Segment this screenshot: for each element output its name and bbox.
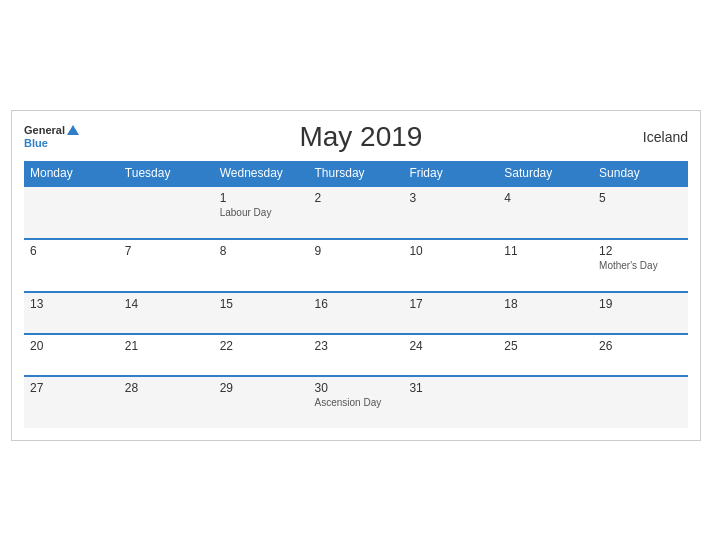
day-number: 4	[504, 191, 587, 205]
calendar-title: May 2019	[299, 121, 422, 153]
day-number: 1	[220, 191, 303, 205]
calendar-cell	[24, 186, 119, 239]
day-number: 26	[599, 339, 682, 353]
day-number: 2	[315, 191, 398, 205]
holiday-label: Mother's Day	[599, 260, 682, 271]
day-number: 24	[409, 339, 492, 353]
day-number: 30	[315, 381, 398, 395]
weekday-header-sunday: Sunday	[593, 161, 688, 186]
calendar-cell: 20	[24, 334, 119, 376]
calendar-cell: 6	[24, 239, 119, 292]
weekday-header-wednesday: Wednesday	[214, 161, 309, 186]
calendar-cell: 19	[593, 292, 688, 334]
calendar-cell: 17	[403, 292, 498, 334]
day-number: 23	[315, 339, 398, 353]
calendar-cell: 28	[119, 376, 214, 428]
calendar-cell: 5	[593, 186, 688, 239]
day-number: 25	[504, 339, 587, 353]
day-number: 31	[409, 381, 492, 395]
day-number: 21	[125, 339, 208, 353]
calendar-cell: 16	[309, 292, 404, 334]
day-number: 5	[599, 191, 682, 205]
calendar-cell: 23	[309, 334, 404, 376]
day-number: 6	[30, 244, 113, 258]
calendar-cell: 25	[498, 334, 593, 376]
calendar-cell: 1Labour Day	[214, 186, 309, 239]
country-label: Iceland	[643, 129, 688, 145]
calendar-cell	[498, 376, 593, 428]
calendar-header: General Blue May 2019 Iceland	[24, 121, 688, 153]
calendar-week-row: 13141516171819	[24, 292, 688, 334]
calendar-week-row: 1Labour Day2345	[24, 186, 688, 239]
day-number: 15	[220, 297, 303, 311]
calendar-cell: 21	[119, 334, 214, 376]
calendar-cell: 9	[309, 239, 404, 292]
calendar-cell: 12Mother's Day	[593, 239, 688, 292]
holiday-label: Labour Day	[220, 207, 303, 218]
calendar-cell: 3	[403, 186, 498, 239]
calendar-cell: 22	[214, 334, 309, 376]
calendar-cell: 10	[403, 239, 498, 292]
calendar-cell: 11	[498, 239, 593, 292]
day-number: 28	[125, 381, 208, 395]
day-number: 19	[599, 297, 682, 311]
calendar-container: General Blue May 2019 Iceland MondayTues…	[11, 110, 701, 441]
day-number: 12	[599, 244, 682, 258]
weekday-header-tuesday: Tuesday	[119, 161, 214, 186]
day-number: 22	[220, 339, 303, 353]
calendar-cell: 29	[214, 376, 309, 428]
calendar-cell: 7	[119, 239, 214, 292]
calendar-cell: 18	[498, 292, 593, 334]
calendar-cell: 2	[309, 186, 404, 239]
day-number: 27	[30, 381, 113, 395]
day-number: 20	[30, 339, 113, 353]
day-number: 3	[409, 191, 492, 205]
calendar-week-row: 27282930Ascension Day31	[24, 376, 688, 428]
day-number: 10	[409, 244, 492, 258]
day-number: 9	[315, 244, 398, 258]
logo-blue: Blue	[24, 137, 79, 149]
day-number: 8	[220, 244, 303, 258]
calendar-week-row: 20212223242526	[24, 334, 688, 376]
calendar-cell: 31	[403, 376, 498, 428]
holiday-label: Ascension Day	[315, 397, 398, 408]
calendar-cell: 14	[119, 292, 214, 334]
calendar-cell: 24	[403, 334, 498, 376]
calendar-cell: 13	[24, 292, 119, 334]
day-number: 18	[504, 297, 587, 311]
calendar-cell	[119, 186, 214, 239]
day-number: 11	[504, 244, 587, 258]
calendar-cell: 4	[498, 186, 593, 239]
day-number: 13	[30, 297, 113, 311]
day-number: 16	[315, 297, 398, 311]
calendar-cell: 8	[214, 239, 309, 292]
calendar-week-row: 6789101112Mother's Day	[24, 239, 688, 292]
calendar-cell: 26	[593, 334, 688, 376]
logo-triangle-icon	[67, 125, 79, 135]
weekday-header-monday: Monday	[24, 161, 119, 186]
logo-general: General	[24, 124, 65, 136]
calendar-cell: 30Ascension Day	[309, 376, 404, 428]
weekday-header-row: MondayTuesdayWednesdayThursdayFridaySatu…	[24, 161, 688, 186]
logo: General Blue	[24, 124, 79, 148]
weekday-header-friday: Friday	[403, 161, 498, 186]
day-number: 17	[409, 297, 492, 311]
calendar-cell	[593, 376, 688, 428]
day-number: 14	[125, 297, 208, 311]
calendar-table: MondayTuesdayWednesdayThursdayFridaySatu…	[24, 161, 688, 428]
calendar-cell: 15	[214, 292, 309, 334]
day-number: 7	[125, 244, 208, 258]
weekday-header-thursday: Thursday	[309, 161, 404, 186]
calendar-cell: 27	[24, 376, 119, 428]
weekday-header-saturday: Saturday	[498, 161, 593, 186]
day-number: 29	[220, 381, 303, 395]
